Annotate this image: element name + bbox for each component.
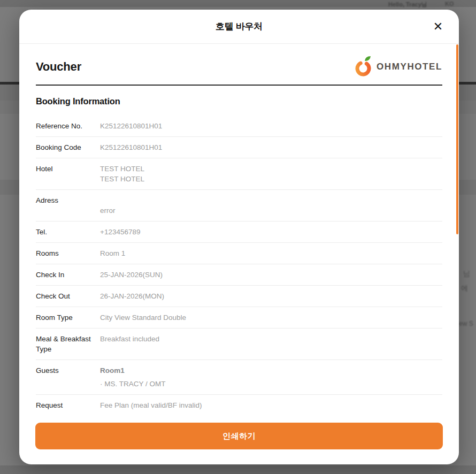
backdrop-text-fragment: 에	[461, 284, 468, 293]
row-value-line	[100, 195, 442, 205]
voucher-row: HotelTEST HOTELTEST HOTEL	[36, 158, 442, 190]
row-value-line: error	[100, 205, 442, 216]
row-label: Tel.	[36, 227, 100, 237]
row-label: Guests	[36, 365, 100, 376]
modal-footer: 인쇄하기	[19, 411, 459, 449]
row-value-line: City View Standard Double	[100, 312, 442, 323]
row-value-line: Room 1	[100, 248, 442, 258]
row-value: Fee Plan (meal valid/BF invalid)	[100, 400, 442, 410]
backdrop-footer-band	[0, 465, 476, 474]
voucher-row: Booking CodeK25122610801H01	[36, 137, 442, 158]
row-value: K25122610801H01	[100, 142, 442, 152]
backdrop-text-fragment: 님	[463, 269, 470, 279]
modal-header: 호텔 바우처 ✕	[19, 10, 459, 44]
close-icon: ✕	[433, 18, 443, 36]
row-value-line: TEST HOTEL	[100, 164, 442, 174]
row-value-line: Fee Plan (meal valid/BF invalid)	[100, 400, 442, 410]
modal-title: 호텔 바우처	[216, 20, 263, 33]
row-label: Room Type	[36, 312, 100, 323]
row-label: Check Out	[36, 291, 100, 301]
row-value-line: K25122610801H01	[100, 142, 442, 152]
row-value: +123456789	[100, 227, 442, 237]
row-value: K25122610801H01	[100, 121, 442, 131]
row-value: error	[100, 195, 442, 216]
row-value: 25-JAN-2026(SUN)	[100, 270, 442, 280]
row-label: Rooms	[36, 248, 100, 258]
row-value-line: TEST HOTEL	[100, 174, 442, 184]
row-label: Check In	[36, 270, 100, 280]
row-value: TEST HOTELTEST HOTEL	[100, 164, 442, 184]
row-value-line: · MS. TRACY / OMT	[100, 379, 442, 389]
voucher-row: Check In25-JAN-2026(SUN)	[36, 264, 442, 286]
row-label: Request	[36, 400, 100, 410]
voucher-row: Reference No.K25122610801H01	[36, 116, 442, 137]
row-value-line: Breakfast included	[100, 334, 442, 344]
orange-fruit-icon	[354, 55, 373, 79]
close-button[interactable]: ✕	[429, 18, 447, 36]
row-value: Room 1	[100, 248, 442, 258]
row-value-line: 26-JAN-2026(MON)	[100, 291, 442, 301]
row-value: City View Standard Double	[100, 312, 442, 323]
row-label: Booking Code	[36, 142, 100, 152]
voucher-row: Room TypeCity View Standard Double	[36, 307, 442, 328]
voucher-row: Check Out26-JAN-2026(MON)	[36, 286, 442, 307]
row-label: Adress	[36, 195, 100, 205]
backdrop-text-fragment: ew S	[459, 320, 473, 327]
voucher-row: Tel.+123456789	[36, 221, 442, 243]
row-value-line: K25122610801H01	[100, 121, 442, 131]
print-button[interactable]: 인쇄하기	[35, 423, 443, 449]
scrollbar-thumb[interactable]	[456, 44, 458, 234]
section-rule	[36, 85, 442, 86]
booking-info-table: Reference No.K25122610801H01Booking Code…	[36, 116, 442, 411]
voucher-row: Meal & Breakfast TypeBreakfast included	[36, 328, 442, 360]
hotel-voucher-modal: 호텔 바우처 ✕ Voucher	[19, 10, 459, 464]
row-value-line: Room1	[100, 365, 442, 376]
backdrop-greeting-text: Hello, Tracy님	[388, 1, 427, 9]
voucher-row: Adress error	[36, 190, 442, 221]
booking-info-title: Booking Information	[36, 96, 442, 106]
row-label: Meal & Breakfast Type	[36, 334, 100, 354]
row-value: Room1· MS. TRACY / OMT	[100, 365, 442, 389]
row-value: Breakfast included	[100, 334, 442, 344]
voucher-head: Voucher OHMYHOTEL	[36, 57, 442, 77]
brand-name: OHMYHOTEL	[377, 62, 442, 72]
voucher-heading: Voucher	[36, 60, 81, 74]
row-value: 26-JAN-2026(MON)	[100, 291, 442, 301]
row-label: Hotel	[36, 164, 100, 174]
row-label: Reference No.	[36, 121, 100, 131]
backdrop-text-fragment: KO	[445, 1, 454, 7]
row-value-line: +123456789	[100, 227, 442, 237]
voucher-row: RoomsRoom 1	[36, 243, 442, 264]
voucher-scroll-area[interactable]: Voucher OHMYHOTEL	[19, 44, 459, 411]
row-value-line: 25-JAN-2026(SUN)	[100, 270, 442, 280]
voucher-row: RequestFee Plan (meal valid/BF invalid)	[36, 395, 442, 411]
voucher-row: GuestsRoom1· MS. TRACY / OMT	[36, 360, 442, 395]
brand-logo: OHMYHOTEL	[354, 55, 442, 79]
